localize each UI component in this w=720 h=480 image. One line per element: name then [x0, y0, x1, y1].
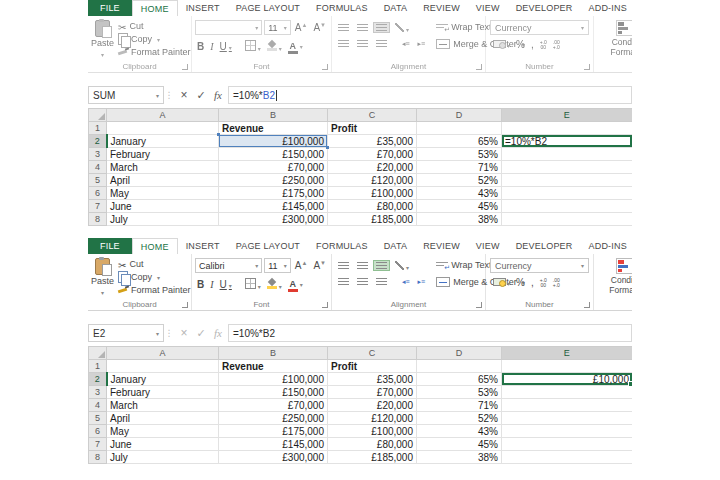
name-box[interactable]: E2 [88, 324, 164, 342]
tab-insert[interactable]: INSERT [178, 238, 228, 254]
cell-A5[interactable]: April [107, 412, 219, 425]
tab-developer[interactable]: DEVELOPER [508, 238, 581, 254]
cell-C5[interactable]: £120,000 [328, 412, 417, 425]
center-button[interactable] [354, 276, 371, 287]
clipboard-dialog-launcher-icon[interactable] [182, 302, 188, 308]
cell-A1[interactable] [107, 122, 219, 135]
cell-D6[interactable]: 43% [417, 187, 502, 200]
row-header-6[interactable]: 6 [89, 187, 107, 200]
copy-button[interactable]: Copy [118, 271, 191, 283]
percent-style-button[interactable]: % [516, 39, 525, 50]
underline-button[interactable]: U [218, 279, 234, 290]
insert-function-button[interactable]: fx [210, 327, 226, 339]
row-header-3[interactable]: 3 [89, 148, 107, 161]
cell-B3[interactable]: £150,000 [219, 386, 328, 399]
font-dialog-launcher-icon[interactable] [322, 64, 328, 70]
italic-button[interactable]: I [208, 279, 215, 290]
row-header-5[interactable]: 5 [89, 174, 107, 187]
tab-data[interactable]: DATA [376, 0, 415, 16]
top-align-button[interactable] [335, 260, 352, 271]
row-header-6[interactable]: 6 [89, 425, 107, 438]
paste-button[interactable]: Paste [91, 18, 114, 60]
select-all-corner[interactable] [89, 109, 107, 122]
col-header-D[interactable]: D [417, 347, 502, 360]
bold-button[interactable]: B [195, 41, 206, 52]
formula-input[interactable]: =10%*B2 [228, 324, 632, 342]
cell-C7[interactable]: £80,000 [328, 200, 417, 213]
row-header-8[interactable]: 8 [89, 451, 107, 464]
paste-dropdown-arrow-icon[interactable] [101, 287, 104, 297]
increase-indent-button[interactable]: ▸≡ [415, 276, 429, 287]
align-left-button[interactable] [335, 276, 352, 287]
increase-indent-button[interactable]: ▸≡ [415, 38, 429, 49]
tab-home[interactable]: HOME [132, 0, 178, 16]
col-header-E[interactable]: E [502, 109, 633, 122]
increase-decimal-button[interactable] [540, 40, 547, 50]
cell-E6[interactable] [502, 187, 633, 200]
row-header-2[interactable]: 2 [89, 373, 107, 386]
cell-D5[interactable]: 52% [417, 174, 502, 187]
col-header-A[interactable]: A [107, 109, 219, 122]
select-all-corner[interactable] [89, 347, 107, 360]
cell-E3[interactable] [502, 386, 633, 399]
tab-file[interactable]: FILE [88, 238, 132, 254]
cell-C6[interactable]: £100,000 [328, 425, 417, 438]
underline-button[interactable]: U [218, 41, 234, 52]
clipboard-dialog-launcher-icon[interactable] [182, 64, 188, 70]
tab-file[interactable]: FILE [88, 0, 132, 16]
cell-A7[interactable]: June [107, 438, 219, 451]
cell-E8[interactable] [502, 213, 633, 226]
orientation-button[interactable] [392, 259, 412, 272]
cell-E1[interactable] [502, 360, 633, 373]
tab-view[interactable]: VIEW [468, 0, 508, 16]
cell-D2[interactable]: 65% [417, 373, 502, 386]
align-right-button[interactable] [373, 276, 390, 287]
comma-style-button[interactable]: , [531, 277, 534, 288]
cell-E7[interactable] [502, 200, 633, 213]
cell-E1[interactable] [502, 122, 633, 135]
tab-page-layout[interactable]: PAGE LAYOUT [228, 0, 308, 16]
alignment-dialog-launcher-icon[interactable] [476, 64, 482, 70]
font-size-combobox[interactable]: 11 [264, 258, 291, 273]
orientation-button[interactable] [392, 21, 412, 34]
conditional-formatting-button[interactable]: Condit Format [597, 18, 632, 57]
enter-button[interactable]: ✓ [193, 89, 209, 102]
shrink-font-button[interactable]: A▼ [311, 22, 328, 33]
tab-review[interactable]: REVIEW [415, 238, 468, 254]
row-header-4[interactable]: 4 [89, 399, 107, 412]
shrink-font-button[interactable]: A▼ [311, 260, 328, 271]
cell-E3[interactable] [502, 148, 633, 161]
decrease-decimal-button[interactable] [553, 278, 560, 288]
cell-C4[interactable]: £20,000 [328, 161, 417, 174]
font-color-button[interactable]: A [286, 40, 305, 54]
name-box[interactable]: SUM [88, 86, 164, 104]
middle-align-button[interactable] [354, 260, 371, 271]
align-right-button[interactable] [373, 38, 390, 49]
cell-C7[interactable]: £80,000 [328, 438, 417, 451]
cell-A6[interactable]: May [107, 187, 219, 200]
cell-C2[interactable]: £35,000 [328, 373, 417, 386]
percent-style-button[interactable]: % [516, 277, 525, 288]
insert-function-button[interactable]: fx [210, 89, 226, 101]
tab-page-layout[interactable]: PAGE LAYOUT [228, 238, 308, 254]
format-painter-button[interactable]: Format Painter [118, 284, 191, 296]
decrease-decimal-button[interactable] [553, 40, 560, 50]
cell-B6[interactable]: £175,000 [219, 425, 328, 438]
cell-D7[interactable]: 45% [417, 438, 502, 451]
cell-A5[interactable]: April [107, 174, 219, 187]
cell-D2[interactable]: 65% [417, 135, 502, 148]
italic-button[interactable]: I [208, 41, 215, 52]
cell-A2[interactable]: January [107, 373, 219, 386]
tab-insert[interactable]: INSERT [178, 0, 228, 16]
col-header-B[interactable]: B [219, 109, 328, 122]
font-dialog-launcher-icon[interactable] [322, 302, 328, 308]
cell-A3[interactable]: February [107, 386, 219, 399]
cell-B7[interactable]: £145,000 [219, 200, 328, 213]
cell-B6[interactable]: £175,000 [219, 187, 328, 200]
fill-color-button[interactable] [265, 41, 284, 53]
tab-formulas[interactable]: FORMULAS [308, 238, 376, 254]
middle-align-button[interactable] [354, 22, 371, 33]
cell-D6[interactable]: 43% [417, 425, 502, 438]
cell-C5[interactable]: £120,000 [328, 174, 417, 187]
number-dialog-launcher-icon[interactable] [584, 64, 590, 70]
